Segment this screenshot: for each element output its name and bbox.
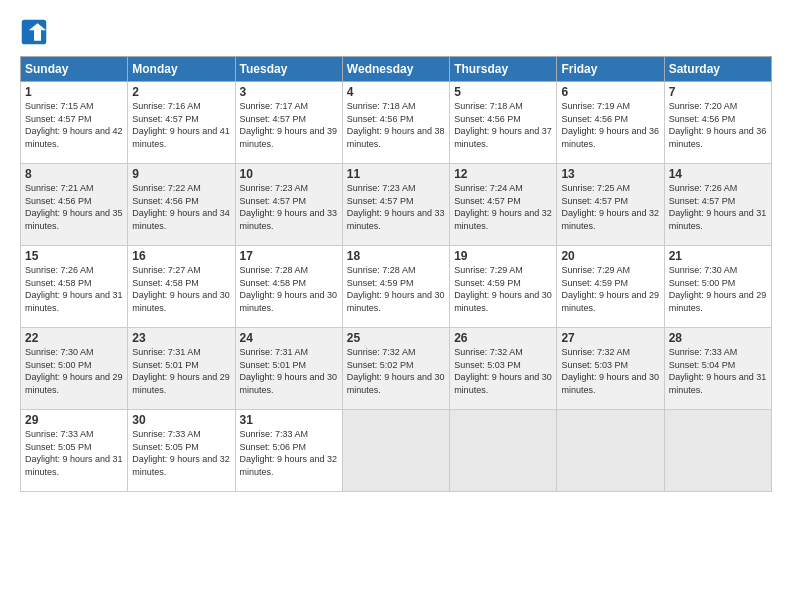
day-info: Sunrise: 7:33 AM Sunset: 5:05 PM Dayligh… <box>132 428 230 478</box>
calendar-cell: 7 Sunrise: 7:20 AM Sunset: 4:56 PM Dayli… <box>664 82 771 164</box>
day-number: 14 <box>669 167 767 181</box>
weekday-header: Monday <box>128 57 235 82</box>
page: SundayMondayTuesdayWednesdayThursdayFrid… <box>0 0 792 612</box>
day-info: Sunrise: 7:26 AM Sunset: 4:57 PM Dayligh… <box>669 182 767 232</box>
weekday-header: Thursday <box>450 57 557 82</box>
calendar-cell: 9 Sunrise: 7:22 AM Sunset: 4:56 PM Dayli… <box>128 164 235 246</box>
day-info: Sunrise: 7:23 AM Sunset: 4:57 PM Dayligh… <box>347 182 445 232</box>
day-number: 8 <box>25 167 123 181</box>
calendar-cell: 21 Sunrise: 7:30 AM Sunset: 5:00 PM Dayl… <box>664 246 771 328</box>
calendar-cell: 28 Sunrise: 7:33 AM Sunset: 5:04 PM Dayl… <box>664 328 771 410</box>
day-info: Sunrise: 7:30 AM Sunset: 5:00 PM Dayligh… <box>669 264 767 314</box>
calendar-cell: 10 Sunrise: 7:23 AM Sunset: 4:57 PM Dayl… <box>235 164 342 246</box>
day-info: Sunrise: 7:32 AM Sunset: 5:03 PM Dayligh… <box>454 346 552 396</box>
day-number: 15 <box>25 249 123 263</box>
calendar-cell: 20 Sunrise: 7:29 AM Sunset: 4:59 PM Dayl… <box>557 246 664 328</box>
day-info: Sunrise: 7:27 AM Sunset: 4:58 PM Dayligh… <box>132 264 230 314</box>
day-info: Sunrise: 7:32 AM Sunset: 5:02 PM Dayligh… <box>347 346 445 396</box>
day-number: 10 <box>240 167 338 181</box>
calendar-table: SundayMondayTuesdayWednesdayThursdayFrid… <box>20 56 772 492</box>
calendar-cell: 4 Sunrise: 7:18 AM Sunset: 4:56 PM Dayli… <box>342 82 449 164</box>
day-number: 18 <box>347 249 445 263</box>
day-number: 16 <box>132 249 230 263</box>
day-number: 29 <box>25 413 123 427</box>
calendar-cell: 16 Sunrise: 7:27 AM Sunset: 4:58 PM Dayl… <box>128 246 235 328</box>
calendar-header-row: SundayMondayTuesdayWednesdayThursdayFrid… <box>21 57 772 82</box>
calendar-cell: 6 Sunrise: 7:19 AM Sunset: 4:56 PM Dayli… <box>557 82 664 164</box>
calendar-cell: 22 Sunrise: 7:30 AM Sunset: 5:00 PM Dayl… <box>21 328 128 410</box>
day-number: 3 <box>240 85 338 99</box>
weekday-header: Wednesday <box>342 57 449 82</box>
header <box>20 18 772 46</box>
calendar-cell: 29 Sunrise: 7:33 AM Sunset: 5:05 PM Dayl… <box>21 410 128 492</box>
calendar-week-row: 22 Sunrise: 7:30 AM Sunset: 5:00 PM Dayl… <box>21 328 772 410</box>
day-number: 21 <box>669 249 767 263</box>
day-info: Sunrise: 7:22 AM Sunset: 4:56 PM Dayligh… <box>132 182 230 232</box>
day-number: 2 <box>132 85 230 99</box>
calendar-cell <box>450 410 557 492</box>
day-info: Sunrise: 7:18 AM Sunset: 4:56 PM Dayligh… <box>347 100 445 150</box>
day-info: Sunrise: 7:31 AM Sunset: 5:01 PM Dayligh… <box>132 346 230 396</box>
day-info: Sunrise: 7:32 AM Sunset: 5:03 PM Dayligh… <box>561 346 659 396</box>
day-info: Sunrise: 7:31 AM Sunset: 5:01 PM Dayligh… <box>240 346 338 396</box>
calendar-cell: 12 Sunrise: 7:24 AM Sunset: 4:57 PM Dayl… <box>450 164 557 246</box>
logo-icon <box>20 18 48 46</box>
calendar-cell: 25 Sunrise: 7:32 AM Sunset: 5:02 PM Dayl… <box>342 328 449 410</box>
calendar-cell: 24 Sunrise: 7:31 AM Sunset: 5:01 PM Dayl… <box>235 328 342 410</box>
calendar-week-row: 8 Sunrise: 7:21 AM Sunset: 4:56 PM Dayli… <box>21 164 772 246</box>
calendar-cell <box>557 410 664 492</box>
calendar-cell: 23 Sunrise: 7:31 AM Sunset: 5:01 PM Dayl… <box>128 328 235 410</box>
calendar-cell <box>664 410 771 492</box>
logo <box>20 18 52 46</box>
day-number: 30 <box>132 413 230 427</box>
calendar-cell <box>342 410 449 492</box>
calendar-cell: 14 Sunrise: 7:26 AM Sunset: 4:57 PM Dayl… <box>664 164 771 246</box>
day-number: 17 <box>240 249 338 263</box>
day-number: 6 <box>561 85 659 99</box>
weekday-header: Friday <box>557 57 664 82</box>
day-number: 11 <box>347 167 445 181</box>
day-number: 13 <box>561 167 659 181</box>
day-info: Sunrise: 7:21 AM Sunset: 4:56 PM Dayligh… <box>25 182 123 232</box>
day-number: 7 <box>669 85 767 99</box>
day-number: 24 <box>240 331 338 345</box>
day-info: Sunrise: 7:19 AM Sunset: 4:56 PM Dayligh… <box>561 100 659 150</box>
day-number: 23 <box>132 331 230 345</box>
calendar-cell: 3 Sunrise: 7:17 AM Sunset: 4:57 PM Dayli… <box>235 82 342 164</box>
day-number: 22 <box>25 331 123 345</box>
calendar-cell: 2 Sunrise: 7:16 AM Sunset: 4:57 PM Dayli… <box>128 82 235 164</box>
day-number: 5 <box>454 85 552 99</box>
calendar-week-row: 29 Sunrise: 7:33 AM Sunset: 5:05 PM Dayl… <box>21 410 772 492</box>
day-info: Sunrise: 7:29 AM Sunset: 4:59 PM Dayligh… <box>454 264 552 314</box>
day-number: 4 <box>347 85 445 99</box>
day-info: Sunrise: 7:15 AM Sunset: 4:57 PM Dayligh… <box>25 100 123 150</box>
day-info: Sunrise: 7:28 AM Sunset: 4:58 PM Dayligh… <box>240 264 338 314</box>
day-info: Sunrise: 7:25 AM Sunset: 4:57 PM Dayligh… <box>561 182 659 232</box>
day-number: 25 <box>347 331 445 345</box>
calendar-cell: 13 Sunrise: 7:25 AM Sunset: 4:57 PM Dayl… <box>557 164 664 246</box>
calendar-cell: 5 Sunrise: 7:18 AM Sunset: 4:56 PM Dayli… <box>450 82 557 164</box>
day-number: 1 <box>25 85 123 99</box>
calendar-cell: 15 Sunrise: 7:26 AM Sunset: 4:58 PM Dayl… <box>21 246 128 328</box>
day-info: Sunrise: 7:33 AM Sunset: 5:04 PM Dayligh… <box>669 346 767 396</box>
day-info: Sunrise: 7:24 AM Sunset: 4:57 PM Dayligh… <box>454 182 552 232</box>
calendar-cell: 8 Sunrise: 7:21 AM Sunset: 4:56 PM Dayli… <box>21 164 128 246</box>
day-info: Sunrise: 7:18 AM Sunset: 4:56 PM Dayligh… <box>454 100 552 150</box>
weekday-header: Sunday <box>21 57 128 82</box>
calendar-cell: 18 Sunrise: 7:28 AM Sunset: 4:59 PM Dayl… <box>342 246 449 328</box>
day-info: Sunrise: 7:33 AM Sunset: 5:05 PM Dayligh… <box>25 428 123 478</box>
calendar-week-row: 15 Sunrise: 7:26 AM Sunset: 4:58 PM Dayl… <box>21 246 772 328</box>
weekday-header: Tuesday <box>235 57 342 82</box>
day-info: Sunrise: 7:26 AM Sunset: 4:58 PM Dayligh… <box>25 264 123 314</box>
weekday-header: Saturday <box>664 57 771 82</box>
day-number: 12 <box>454 167 552 181</box>
day-info: Sunrise: 7:17 AM Sunset: 4:57 PM Dayligh… <box>240 100 338 150</box>
day-number: 27 <box>561 331 659 345</box>
calendar-cell: 27 Sunrise: 7:32 AM Sunset: 5:03 PM Dayl… <box>557 328 664 410</box>
calendar-cell: 26 Sunrise: 7:32 AM Sunset: 5:03 PM Dayl… <box>450 328 557 410</box>
calendar-cell: 19 Sunrise: 7:29 AM Sunset: 4:59 PM Dayl… <box>450 246 557 328</box>
calendar-cell: 17 Sunrise: 7:28 AM Sunset: 4:58 PM Dayl… <box>235 246 342 328</box>
day-number: 9 <box>132 167 230 181</box>
day-info: Sunrise: 7:20 AM Sunset: 4:56 PM Dayligh… <box>669 100 767 150</box>
day-info: Sunrise: 7:30 AM Sunset: 5:00 PM Dayligh… <box>25 346 123 396</box>
